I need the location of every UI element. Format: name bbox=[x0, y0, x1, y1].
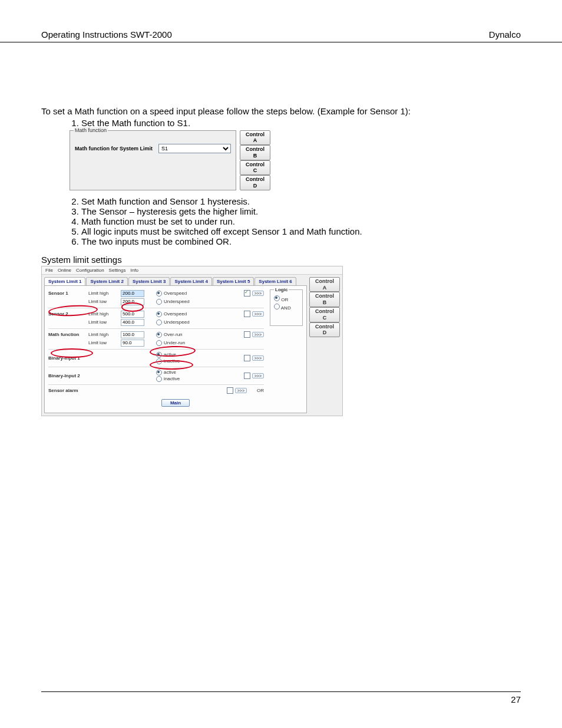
steps-list-1: Set the Math function to S1. bbox=[41, 117, 521, 129]
intro-text: To set a Math function on a speed input … bbox=[41, 106, 521, 116]
step-6: The two inputs must be combined OR. bbox=[81, 236, 521, 246]
bin2-label: Binary-Input 2 bbox=[48, 373, 121, 378]
steps-list-2: Set Math function and Sensor 1 hysteresi… bbox=[41, 196, 521, 246]
menubar: File Online Configuration Settings Info bbox=[42, 266, 342, 275]
mathf-limit-low-label: Limit low bbox=[88, 340, 121, 345]
panel2-control-buttons: Control A Control B Control C Control D bbox=[309, 275, 342, 416]
sensor2-underspeed-radio[interactable]: Underspeed bbox=[156, 319, 190, 325]
logic-fieldset: Logic OR AND bbox=[270, 289, 303, 326]
logic-or-radio[interactable]: OR bbox=[274, 295, 299, 302]
p2-control-c-button[interactable]: Control C bbox=[309, 307, 340, 322]
menu-file[interactable]: File bbox=[45, 268, 53, 273]
menu-info[interactable]: Info bbox=[131, 268, 138, 273]
page-number: 27 bbox=[511, 694, 521, 704]
sensor1-limit-low-label: Limit low bbox=[88, 299, 121, 304]
page-content: To set a Math function on a speed input … bbox=[41, 106, 521, 416]
tab-system-limit-6[interactable]: System Limit 6 bbox=[254, 277, 296, 285]
bin2-inactive-radio[interactable]: inactive bbox=[156, 376, 180, 382]
sensor2-limit-high-label: Limit high bbox=[88, 311, 121, 317]
sensor2-more-button[interactable]: >>> bbox=[252, 311, 264, 317]
tab-content: Sensor 1 Limit high Overspeed >>> bbox=[44, 286, 307, 413]
sensor2-limit-low-label: Limit low bbox=[88, 319, 121, 325]
mathf-limit-high-label: Limit high bbox=[88, 332, 121, 337]
menu-online[interactable]: Online bbox=[58, 268, 71, 273]
sensor1-label: Sensor 1 bbox=[48, 291, 88, 296]
alarm-more-button[interactable]: >>> bbox=[235, 388, 247, 393]
sensor1-limit-high-label: Limit high bbox=[88, 291, 121, 296]
sensor2-limit-low-input[interactable] bbox=[121, 319, 144, 326]
header-left: Operating Instructions SWT-2000 bbox=[41, 29, 172, 39]
tab-row: System Limit 1 System Limit 2 System Lim… bbox=[44, 277, 307, 286]
sensor2-label: Sensor 2 bbox=[48, 311, 88, 317]
p2-control-b-button[interactable]: Control B bbox=[309, 292, 340, 307]
control-c-button[interactable]: Control C bbox=[240, 160, 270, 176]
tab-system-limit-4[interactable]: System Limit 4 bbox=[170, 277, 211, 285]
p2-control-d-button[interactable]: Control D bbox=[309, 322, 340, 338]
tab-system-limit-3[interactable]: System Limit 3 bbox=[128, 277, 170, 285]
step-4: Math function must be set to under run. bbox=[81, 216, 521, 226]
mathf-underrun-radio[interactable]: Under-run bbox=[156, 340, 185, 346]
math-function-select[interactable]: S1 bbox=[158, 144, 231, 153]
control-d-button[interactable]: Control D bbox=[240, 175, 270, 190]
sensor2-limit-high-input[interactable] bbox=[121, 311, 144, 318]
bin2-enable-check[interactable] bbox=[244, 373, 250, 379]
mathf-label: Math function bbox=[48, 332, 88, 337]
bin1-active-radio[interactable]: active bbox=[156, 352, 180, 358]
math-function-fieldset: Math function Math function for System L… bbox=[70, 130, 236, 190]
page-header: Operating Instructions SWT-2000 Dynalco bbox=[0, 29, 562, 42]
step-3: The Sensor – hysteresis gets the higher … bbox=[81, 206, 521, 216]
bin1-enable-check[interactable] bbox=[244, 355, 250, 361]
step-1: Set the Math function to S1. bbox=[81, 117, 521, 129]
sensor1-enable-check[interactable] bbox=[244, 290, 250, 297]
mathf-more-button[interactable]: >>> bbox=[252, 332, 264, 337]
sensor1-more-button[interactable]: >>> bbox=[252, 291, 264, 296]
math-function-label: Math function for System Limit bbox=[75, 146, 153, 151]
bin1-more-button[interactable]: >>> bbox=[252, 355, 264, 361]
tab-system-limit-1[interactable]: System Limit 1 bbox=[44, 277, 85, 285]
bin2-active-radio[interactable]: active bbox=[156, 370, 180, 375]
menu-configuration[interactable]: Configuration bbox=[76, 268, 104, 273]
bin2-more-button[interactable]: >>> bbox=[252, 373, 264, 378]
main-button[interactable]: Main bbox=[161, 399, 190, 407]
logic-legend: Logic bbox=[274, 287, 289, 292]
mathf-limit-low-input[interactable] bbox=[121, 340, 144, 347]
alarm-logic-label: OR bbox=[257, 388, 264, 393]
sensor2-enable-check[interactable] bbox=[244, 311, 250, 317]
mathf-overrun-radio[interactable]: Over-run bbox=[156, 332, 183, 338]
p2-control-a-button[interactable]: Control A bbox=[309, 277, 340, 292]
page-footer: 27 bbox=[41, 691, 521, 704]
sensor1-underspeed-radio[interactable]: Underspeed bbox=[156, 299, 190, 305]
control-buttons-column: Control A Control B Control C Control D bbox=[240, 130, 270, 190]
step-5: All logic inputs must be switched off ex… bbox=[81, 226, 521, 236]
control-b-button[interactable]: Control B bbox=[240, 145, 270, 160]
logic-and-radio[interactable]: AND bbox=[274, 304, 299, 311]
bin1-inactive-radio[interactable]: inactive bbox=[156, 358, 180, 364]
header-right: Dynalco bbox=[489, 29, 521, 39]
sensor1-overspeed-radio[interactable]: Overspeed bbox=[156, 291, 187, 297]
system-limit-panel: File Online Configuration Settings Info … bbox=[41, 266, 343, 416]
mathf-limit-high-input[interactable] bbox=[121, 331, 144, 338]
control-a-button[interactable]: Control A bbox=[240, 130, 270, 146]
alarm-enable-check[interactable] bbox=[227, 387, 233, 394]
math-function-legend: Math function bbox=[74, 127, 108, 133]
alarm-label: Sensor alarm bbox=[48, 388, 121, 393]
math-function-panel: Math function Math function for System L… bbox=[70, 130, 287, 190]
sensor1-limit-high-input[interactable] bbox=[121, 290, 144, 297]
sensor2-overspeed-radio[interactable]: Overspeed bbox=[156, 311, 187, 317]
bin1-label: Binary-Input 1 bbox=[48, 355, 121, 361]
step-2: Set Math function and Sensor 1 hysteresi… bbox=[81, 196, 521, 206]
sensor1-limit-low-input[interactable] bbox=[121, 298, 144, 305]
menu-settings[interactable]: Settings bbox=[109, 268, 126, 273]
tab-system-limit-5[interactable]: System Limit 5 bbox=[213, 277, 254, 285]
system-limit-heading: System limit settings bbox=[41, 255, 521, 265]
mathf-enable-check[interactable] bbox=[244, 331, 250, 338]
tab-system-limit-2[interactable]: System Limit 2 bbox=[86, 277, 127, 285]
